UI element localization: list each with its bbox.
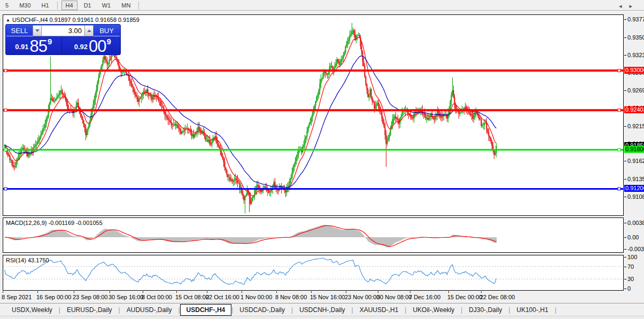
timeframe-button-m30[interactable]: M30	[15, 1, 35, 10]
rsi-label: RSI(14) 43.1750	[6, 257, 49, 263]
time-tick-mark	[74, 291, 74, 293]
time-tick-mark	[242, 291, 242, 293]
volume-input[interactable]	[42, 25, 84, 36]
one-click-trading-panel: SELL BUY 0.91 85 9 0.92 00 9	[5, 24, 121, 55]
price-tick-mark	[624, 55, 626, 56]
line-anchor-right[interactable]	[618, 188, 620, 190]
time-tick-mark	[448, 291, 449, 293]
time-tick-mark	[176, 291, 177, 293]
time-tick-mark	[311, 291, 312, 293]
chart-tab-dj30-daily[interactable]: DJ30-,Daily	[462, 305, 508, 315]
chevron-up-icon	[87, 29, 91, 32]
time-tick-mark	[207, 291, 207, 293]
tab-scroll-right-icon[interactable]: ▸	[629, 3, 640, 9]
rsi-tick-mark	[624, 279, 626, 279]
time-tick-label: 22 Oct 16:00	[206, 294, 239, 300]
time-tick-label: 15 Oct 08:00	[175, 294, 209, 300]
time-tick-mark	[37, 291, 38, 293]
rsi-tick-mark	[624, 289, 626, 289]
time-tick-label: 1 Nov 00:00	[240, 294, 272, 300]
price-tick-label: 0.91080	[627, 193, 644, 200]
macd-pane[interactable]: MACD(12,26,9) -0.001169 -0.001055	[3, 217, 624, 253]
line-anchor-left[interactable]	[4, 109, 7, 112]
chart-tab-eurusd-daily[interactable]: EURUSD-,Daily	[60, 305, 119, 315]
timeframe-button-w1[interactable]: W1	[98, 1, 115, 10]
macd-tick-mark	[624, 223, 626, 223]
sell-price-sup: 9	[48, 37, 52, 46]
toolbar-separator	[57, 2, 58, 9]
rsi-pane[interactable]: RSI(14) 43.1750	[3, 255, 624, 291]
sell-button[interactable]: SELL	[6, 25, 33, 36]
candles-down-bodies	[6, 30, 494, 204]
macd-tick-label: -0.00311	[627, 246, 644, 252]
time-tick-label: 23 Sep 08:00	[73, 294, 107, 300]
chart-tab-xauusd-h1[interactable]: XAUUSD-,H1	[353, 305, 405, 315]
price-tick-mark	[624, 19, 626, 20]
time-tick-mark	[3, 291, 3, 293]
time-tick-mark	[143, 291, 143, 293]
sell-price-prefix: 0.91	[15, 43, 28, 51]
rsi-canvas	[3, 255, 623, 290]
chart-tab-usdcnh-daily[interactable]: USDCNH-,Daily	[293, 305, 351, 315]
line-anchor-right[interactable]	[618, 69, 620, 72]
timeframe-button-h1[interactable]: H1	[37, 1, 53, 10]
buy-button[interactable]: BUY	[94, 25, 120, 36]
price-tick-mark	[624, 90, 626, 91]
tab-scroll-left-icon[interactable]: ◂	[619, 3, 630, 9]
ma-slow-line	[5, 56, 496, 188]
timeframe-button-h4[interactable]: H4	[61, 1, 77, 10]
price-tick-label: 0.92695	[627, 87, 644, 94]
timeframe-button-d1[interactable]: D1	[80, 1, 96, 10]
volume-increase-button[interactable]	[84, 25, 94, 36]
time-tick-mark	[410, 291, 410, 293]
line-price-tag-0.92403: 0.92403	[624, 106, 644, 113]
time-tick-label: 30 Sep 16:00	[108, 294, 143, 300]
price-tick-label: 0.91620	[627, 158, 644, 164]
time-tick-label: 30 Nov 08:00	[377, 294, 412, 300]
timeframe-toolbar: 5M30H1H4D1W1MN	[0, 0, 644, 11]
price-tick-label: 0.91350	[627, 176, 644, 182]
price-tick-mark	[624, 126, 626, 127]
line-anchor-right[interactable]	[618, 109, 620, 112]
price-tick-mark	[624, 179, 626, 180]
price-divider	[61, 37, 65, 53]
line-anchor-right[interactable]	[618, 149, 620, 151]
timeframe-button-5[interactable]: 5	[1, 1, 13, 10]
line-anchor-left[interactable]	[4, 188, 7, 190]
volume-decrease-button[interactable]	[33, 25, 42, 36]
panel-collapse-icon[interactable]: ▲	[6, 18, 10, 22]
time-tick-label: 15 Dec 00:00	[447, 294, 482, 300]
price-tick-mark	[624, 161, 626, 161]
candles-down-wicks	[6, 29, 494, 212]
line-anchor-left[interactable]	[4, 69, 7, 72]
line-price-tag-0.91206: 0.91206	[624, 185, 644, 192]
price-axis: 0.937750.935050.932350.929650.926950.924…	[624, 14, 644, 302]
time-tick-label: 8 Sep 2021	[2, 294, 32, 300]
chart-tab-usdchf-h4[interactable]: USDCHF-,H4	[180, 304, 232, 316]
timeframe-button-mn[interactable]: MN	[117, 1, 135, 10]
price-tick-label: 0.93235	[627, 52, 644, 58]
time-tick-mark	[378, 291, 378, 293]
buy-price[interactable]: 0.92 00 9	[65, 36, 121, 55]
chart-tab-usdcad-daily[interactable]: USDCAD-,Daily	[233, 305, 291, 315]
chevron-down-icon	[35, 29, 40, 32]
buy-price-sup: 9	[106, 37, 111, 46]
rsi-tick-mark	[624, 257, 626, 258]
buy-price-prefix: 0.92	[74, 43, 88, 51]
chart-tab-uk100-h1[interactable]: UK100-,H1	[510, 305, 555, 315]
tab-divider: |	[555, 306, 556, 314]
chart-tab-audusd-daily[interactable]: AUDUSD-,Daily	[120, 305, 179, 315]
time-tick-label: 8 Nov 08:00	[275, 294, 307, 300]
chart-tab-usdx-weekly[interactable]: USDX,Weekly	[5, 305, 59, 315]
rsi-tick-label: 30	[627, 276, 634, 282]
price-tick-mark	[624, 197, 626, 197]
chart-tab-ukoil-weekly[interactable]: UKOil-,Weekly	[406, 305, 461, 315]
time-tick-label: 15 Nov 16:00	[310, 294, 345, 300]
macd-tick-label: 0.00	[627, 234, 639, 240]
time-tick-mark	[346, 291, 346, 293]
rsi-tick-label: 100	[627, 254, 637, 260]
sell-price[interactable]: 0.91 85 9	[6, 36, 61, 55]
chart-tab-bar: USDX,Weekly|EURUSD-,Daily|AUDUSD-,Daily|…	[0, 303, 644, 316]
line-anchor-left[interactable]	[4, 149, 7, 151]
chart-title: ▲USDCHF-,H4 0.91897 0.91961 0.91658 0.91…	[6, 17, 139, 23]
